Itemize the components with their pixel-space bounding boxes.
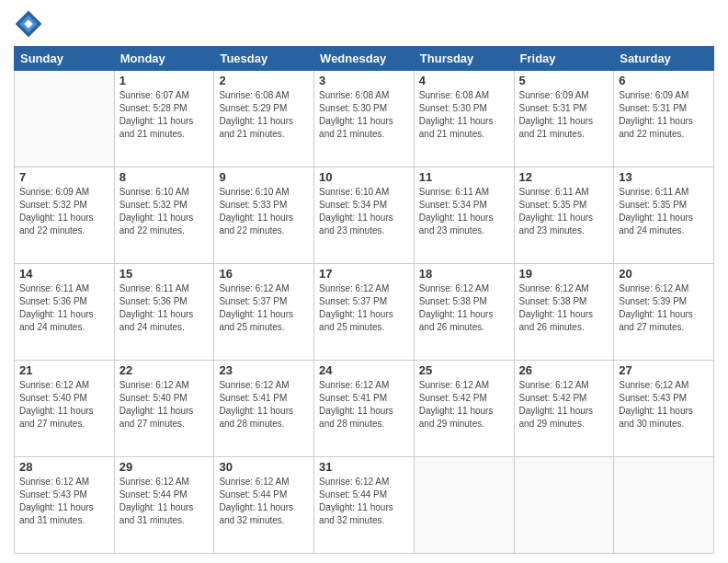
day-number: 20 <box>619 267 709 281</box>
day-info: Sunrise: 6:12 AMSunset: 5:42 PMDaylight:… <box>419 379 509 431</box>
day-info: Sunrise: 6:12 AMSunset: 5:39 PMDaylight:… <box>619 282 709 334</box>
day-cell: 17Sunrise: 6:12 AMSunset: 5:37 PMDayligh… <box>314 264 415 361</box>
day-cell: 21Sunrise: 6:12 AMSunset: 5:40 PMDayligh… <box>15 361 115 457</box>
day-cell: 31Sunrise: 6:12 AMSunset: 5:44 PMDayligh… <box>314 457 415 554</box>
day-cell: 18Sunrise: 6:12 AMSunset: 5:38 PMDayligh… <box>414 264 514 361</box>
day-cell: 26Sunrise: 6:12 AMSunset: 5:42 PMDayligh… <box>514 361 614 457</box>
day-number: 13 <box>619 170 709 184</box>
day-cell: 25Sunrise: 6:12 AMSunset: 5:42 PMDayligh… <box>414 361 514 457</box>
day-info: Sunrise: 6:09 AMSunset: 5:32 PMDaylight:… <box>19 186 109 237</box>
week-row-5: 28Sunrise: 6:12 AMSunset: 5:43 PMDayligh… <box>15 457 714 554</box>
day-info: Sunrise: 6:08 AMSunset: 5:30 PMDaylight:… <box>319 89 409 141</box>
day-number: 17 <box>319 267 409 281</box>
day-info: Sunrise: 6:07 AMSunset: 5:28 PMDaylight:… <box>119 89 210 141</box>
col-header-sunday: Sunday <box>15 47 115 71</box>
day-info: Sunrise: 6:11 AMSunset: 5:34 PMDaylight:… <box>419 186 509 237</box>
col-header-tuesday: Tuesday <box>214 47 314 71</box>
day-cell: 11Sunrise: 6:11 AMSunset: 5:34 PMDayligh… <box>414 167 514 264</box>
day-number: 14 <box>19 267 109 281</box>
day-number: 4 <box>419 74 509 87</box>
day-info: Sunrise: 6:12 AMSunset: 5:43 PMDaylight:… <box>19 476 109 527</box>
day-number: 15 <box>119 267 210 281</box>
day-info: Sunrise: 6:12 AMSunset: 5:38 PMDaylight:… <box>419 282 509 334</box>
day-info: Sunrise: 6:12 AMSunset: 5:44 PMDaylight:… <box>319 476 409 527</box>
day-cell <box>15 71 115 167</box>
day-cell: 1Sunrise: 6:07 AMSunset: 5:28 PMDaylight… <box>114 71 214 167</box>
day-cell: 9Sunrise: 6:10 AMSunset: 5:33 PMDaylight… <box>214 167 314 264</box>
page: SundayMondayTuesdayWednesdayThursdayFrid… <box>0 0 728 563</box>
day-cell: 28Sunrise: 6:12 AMSunset: 5:43 PMDayligh… <box>15 457 115 554</box>
day-cell: 14Sunrise: 6:11 AMSunset: 5:36 PMDayligh… <box>15 264 115 361</box>
day-info: Sunrise: 6:12 AMSunset: 5:41 PMDaylight:… <box>219 379 309 431</box>
col-header-friday: Friday <box>514 47 614 71</box>
col-header-monday: Monday <box>114 47 214 71</box>
day-cell: 27Sunrise: 6:12 AMSunset: 5:43 PMDayligh… <box>614 361 714 457</box>
week-row-2: 7Sunrise: 6:09 AMSunset: 5:32 PMDaylight… <box>15 167 714 264</box>
day-info: Sunrise: 6:12 AMSunset: 5:37 PMDaylight:… <box>319 282 409 334</box>
day-cell: 3Sunrise: 6:08 AMSunset: 5:30 PMDaylight… <box>314 71 415 167</box>
day-number: 19 <box>519 267 609 281</box>
day-cell: 22Sunrise: 6:12 AMSunset: 5:40 PMDayligh… <box>114 361 214 457</box>
day-info: Sunrise: 6:12 AMSunset: 5:43 PMDaylight:… <box>619 379 709 431</box>
day-info: Sunrise: 6:11 AMSunset: 5:35 PMDaylight:… <box>619 186 709 237</box>
day-info: Sunrise: 6:12 AMSunset: 5:37 PMDaylight:… <box>219 282 309 334</box>
day-info: Sunrise: 6:12 AMSunset: 5:40 PMDaylight:… <box>19 379 109 431</box>
day-number: 27 <box>619 363 709 377</box>
day-info: Sunrise: 6:12 AMSunset: 5:42 PMDaylight:… <box>519 379 609 431</box>
day-number: 12 <box>519 170 609 184</box>
day-number: 3 <box>319 74 409 87</box>
day-cell: 2Sunrise: 6:08 AMSunset: 5:29 PMDaylight… <box>214 71 314 167</box>
day-info: Sunrise: 6:12 AMSunset: 5:44 PMDaylight:… <box>119 476 210 527</box>
day-cell: 16Sunrise: 6:12 AMSunset: 5:37 PMDayligh… <box>214 264 314 361</box>
day-cell: 15Sunrise: 6:11 AMSunset: 5:36 PMDayligh… <box>114 264 214 361</box>
day-cell <box>414 457 514 554</box>
day-cell: 10Sunrise: 6:10 AMSunset: 5:34 PMDayligh… <box>314 167 415 264</box>
day-info: Sunrise: 6:12 AMSunset: 5:41 PMDaylight:… <box>319 379 409 431</box>
day-cell: 20Sunrise: 6:12 AMSunset: 5:39 PMDayligh… <box>614 264 714 361</box>
day-number: 1 <box>119 74 210 87</box>
calendar: SundayMondayTuesdayWednesdayThursdayFrid… <box>14 46 714 554</box>
day-info: Sunrise: 6:11 AMSunset: 5:35 PMDaylight:… <box>519 186 609 237</box>
day-cell: 23Sunrise: 6:12 AMSunset: 5:41 PMDayligh… <box>214 361 314 457</box>
day-number: 6 <box>619 74 709 87</box>
day-cell: 12Sunrise: 6:11 AMSunset: 5:35 PMDayligh… <box>514 167 614 264</box>
day-number: 31 <box>319 460 409 474</box>
day-cell: 6Sunrise: 6:09 AMSunset: 5:31 PMDaylight… <box>614 71 714 167</box>
col-header-thursday: Thursday <box>414 47 514 71</box>
week-row-3: 14Sunrise: 6:11 AMSunset: 5:36 PMDayligh… <box>15 264 714 361</box>
day-info: Sunrise: 6:08 AMSunset: 5:29 PMDaylight:… <box>219 89 309 141</box>
day-info: Sunrise: 6:12 AMSunset: 5:44 PMDaylight:… <box>219 476 309 527</box>
day-cell: 30Sunrise: 6:12 AMSunset: 5:44 PMDayligh… <box>214 457 314 554</box>
col-header-wednesday: Wednesday <box>314 47 415 71</box>
day-number: 29 <box>119 460 210 474</box>
day-info: Sunrise: 6:11 AMSunset: 5:36 PMDaylight:… <box>119 282 210 334</box>
day-number: 10 <box>319 170 409 184</box>
day-number: 23 <box>219 363 309 377</box>
day-info: Sunrise: 6:08 AMSunset: 5:30 PMDaylight:… <box>419 89 509 141</box>
logo <box>14 9 47 39</box>
day-number: 22 <box>119 363 210 377</box>
day-number: 7 <box>19 170 109 184</box>
day-number: 18 <box>419 267 509 281</box>
day-number: 2 <box>219 74 309 87</box>
day-info: Sunrise: 6:09 AMSunset: 5:31 PMDaylight:… <box>519 89 609 141</box>
day-number: 25 <box>419 363 509 377</box>
day-info: Sunrise: 6:10 AMSunset: 5:34 PMDaylight:… <box>319 186 409 237</box>
day-info: Sunrise: 6:09 AMSunset: 5:31 PMDaylight:… <box>619 89 709 141</box>
day-info: Sunrise: 6:10 AMSunset: 5:32 PMDaylight:… <box>119 186 210 237</box>
week-row-4: 21Sunrise: 6:12 AMSunset: 5:40 PMDayligh… <box>15 361 714 457</box>
day-cell: 4Sunrise: 6:08 AMSunset: 5:30 PMDaylight… <box>414 71 514 167</box>
day-info: Sunrise: 6:12 AMSunset: 5:38 PMDaylight:… <box>519 282 609 334</box>
day-number: 24 <box>319 363 409 377</box>
day-info: Sunrise: 6:11 AMSunset: 5:36 PMDaylight:… <box>19 282 109 334</box>
day-cell <box>514 457 614 554</box>
day-cell: 19Sunrise: 6:12 AMSunset: 5:38 PMDayligh… <box>514 264 614 361</box>
day-cell: 5Sunrise: 6:09 AMSunset: 5:31 PMDaylight… <box>514 71 614 167</box>
day-number: 8 <box>119 170 210 184</box>
day-cell: 13Sunrise: 6:11 AMSunset: 5:35 PMDayligh… <box>614 167 714 264</box>
day-cell: 7Sunrise: 6:09 AMSunset: 5:32 PMDaylight… <box>15 167 115 264</box>
day-number: 16 <box>219 267 309 281</box>
col-header-saturday: Saturday <box>614 47 714 71</box>
day-number: 5 <box>519 74 609 87</box>
week-row-1: 1Sunrise: 6:07 AMSunset: 5:28 PMDaylight… <box>15 71 714 167</box>
